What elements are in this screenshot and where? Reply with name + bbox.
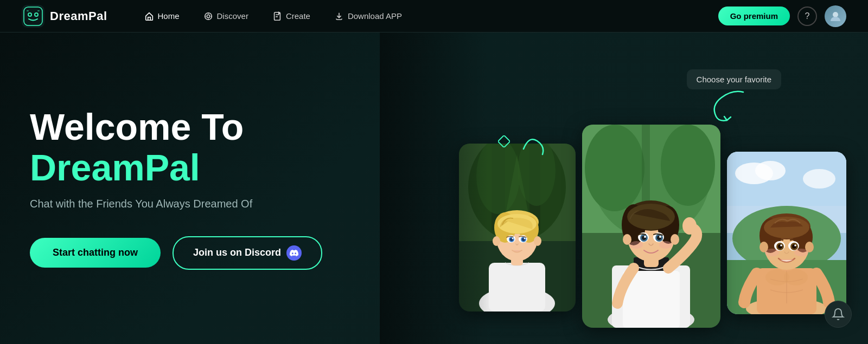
svg-point-75: [755, 161, 786, 180]
help-button[interactable]: ?: [797, 7, 817, 26]
svg-point-100: [765, 249, 779, 256]
nav-item-create[interactable]: Create: [263, 7, 320, 25]
svg-point-51: [682, 217, 697, 235]
discord-icon: [286, 245, 302, 261]
svg-point-67: [623, 234, 631, 245]
svg-point-11: [833, 12, 838, 17]
download-icon: [334, 11, 344, 21]
svg-rect-6: [27, 10, 29, 11]
premium-button[interactable]: Go premium: [718, 7, 790, 25]
character-card-2[interactable]: [582, 125, 720, 328]
svg-point-69: [630, 241, 643, 249]
svg-rect-12: [498, 135, 510, 147]
svg-rect-1: [24, 7, 42, 25]
svg-point-68: [671, 234, 679, 245]
avatar[interactable]: [825, 5, 846, 27]
character-card-3[interactable]: [727, 152, 846, 314]
nav-right: Go premium ?: [718, 5, 846, 27]
svg-point-36: [524, 238, 526, 239]
hero-section: Welcome To DreamPal Chat with the Friend…: [0, 33, 868, 344]
character-2-image: [582, 125, 720, 328]
svg-point-43: [661, 125, 715, 206]
hero-right: Choose your favorite: [380, 33, 868, 344]
svg-point-35: [512, 238, 514, 239]
discord-button-label: Join us on Discord: [193, 247, 281, 258]
svg-point-70: [659, 241, 672, 249]
discover-icon: [203, 11, 213, 21]
nav-links: Home Discover Create Do: [135, 7, 718, 25]
discord-button[interactable]: Join us on Discord: [173, 236, 322, 270]
svg-point-38: [534, 236, 541, 246]
character-card-1[interactable]: [459, 144, 576, 311]
start-chatting-button[interactable]: Start chatting now: [30, 238, 161, 268]
bell-icon: [832, 308, 845, 321]
nav-item-download[interactable]: Download APP: [324, 7, 412, 25]
svg-point-5: [35, 14, 37, 16]
character-1-image: [459, 144, 576, 311]
nav-create-label: Create: [286, 11, 310, 21]
svg-point-66: [659, 236, 661, 238]
create-icon: [272, 11, 282, 21]
svg-point-42: [585, 125, 644, 211]
svg-point-76: [803, 169, 835, 189]
svg-point-82: [784, 269, 808, 285]
curly-arrow-decoration: [689, 87, 754, 130]
navigation: DreamPal Home Discover: [0, 0, 868, 33]
svg-rect-21: [489, 263, 545, 311]
characters-container: [459, 125, 868, 344]
swirl-decoration: [521, 130, 553, 157]
svg-point-65: [644, 236, 646, 238]
avatar-icon: [828, 9, 843, 23]
notification-bell[interactable]: [825, 301, 852, 328]
logo[interactable]: DreamPal: [22, 5, 107, 28]
hero-subtitle: Chat with the Friends You Always Dreamed…: [30, 198, 322, 210]
svg-point-9: [207, 15, 209, 17]
hero-title: Welcome To DreamPal: [30, 107, 322, 188]
svg-point-37: [493, 236, 500, 246]
hero-buttons: Start chatting now Join us on Discord: [30, 236, 322, 270]
character-3-image: [727, 152, 846, 314]
nav-item-home[interactable]: Home: [135, 7, 189, 25]
brand-name: DreamPal: [50, 9, 107, 23]
nav-download-label: Download APP: [348, 11, 402, 21]
svg-point-101: [794, 249, 808, 256]
hero-left: Welcome To DreamPal Chat with the Friend…: [0, 107, 322, 270]
svg-point-97: [794, 244, 796, 246]
svg-point-96: [780, 244, 782, 246]
diamond-decoration: [498, 135, 510, 147]
hero-title-line2: DreamPal: [30, 147, 200, 188]
logo-icon: [22, 5, 44, 28]
home-icon: [144, 11, 154, 21]
nav-discover-label: Discover: [217, 11, 248, 21]
svg-point-4: [29, 14, 31, 16]
svg-point-8: [205, 12, 212, 20]
svg-rect-7: [37, 10, 40, 11]
nav-home-label: Home: [158, 11, 180, 21]
hero-title-line1: Welcome To: [30, 106, 244, 147]
nav-item-discover[interactable]: Discover: [194, 7, 258, 25]
